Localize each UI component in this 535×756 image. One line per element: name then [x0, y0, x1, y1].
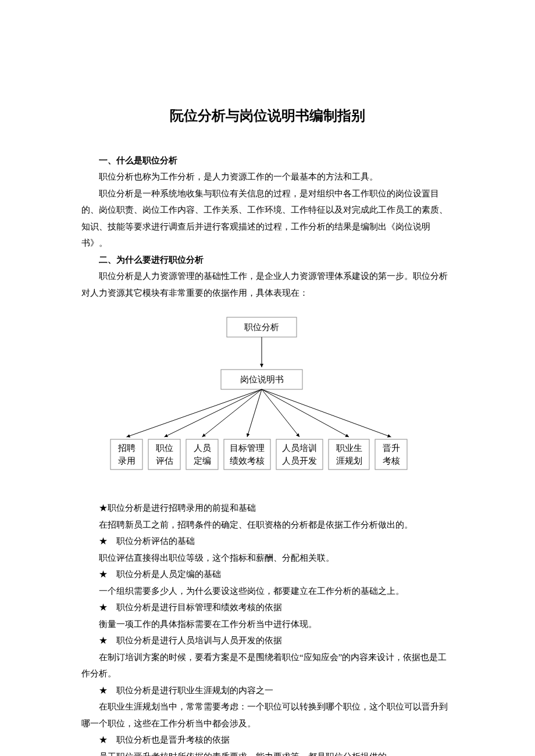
diagram-container: 职位分析 岗位说明书 招聘录用职位评估人员定编目标管理绩效考核人员培训人员开发职… [81, 311, 454, 486]
diagram-leaf-line1: 职业生 [336, 443, 362, 453]
diagram-leaf-line1: 职位 [156, 443, 173, 453]
diagram-leaf-line1: 招聘 [117, 443, 135, 453]
section-1-paragraph-2: 职位分析是一种系统地收集与职位有关信息的过程，是对组织中各工作职位的岗位设置目的… [81, 185, 454, 252]
svg-line-6 [247, 389, 262, 437]
diagram-top-label: 职位分析 [244, 323, 279, 332]
diagram-leaf-line1: 人员培训 [282, 443, 317, 453]
star-body: 在职业生涯规划当中，常常需要考虑：一个职位可以转换到哪个职位，这个职位可以晋升到… [81, 698, 454, 732]
star-body: 在招聘新员工之前，招聘条件的确定、任职资格的分析都是依据工作分析做出的。 [81, 517, 454, 533]
star-body: 职位评估直接得出职位等级，这个指标和薪酬、分配相关联。 [81, 550, 454, 567]
star-heading: ★ 职位分析是进行人员培训与人员开发的依据 [81, 632, 454, 649]
star-body: 一个组织需要多少人，为什么要设这些岗位，都要建立在工作分析的基础之上。 [81, 583, 454, 600]
diagram-mid-label: 岗位说明书 [240, 375, 284, 384]
star-heading: ★职位分析是进行招聘录用的前提和基础 [81, 500, 454, 517]
section-1-paragraph-1: 职位分析也称为工作分析，是人力资源工作的一个最基本的方法和工具。 [81, 169, 454, 185]
document-page: 阮位分析与岗位说明书编制指别 一、什么是职位分析 职位分析也称为工作分析，是人力… [41, 0, 494, 756]
diagram-leaf-line1: 目标管理 [230, 443, 265, 453]
diagram-leaf-line2: 绩效考核 [230, 456, 265, 465]
section-2-paragraph-1: 职位分析是人力资源管理的基础性工作，是企业人力资源管理体系建设的第一步。职位分析… [81, 268, 454, 301]
svg-line-3 [127, 389, 262, 437]
svg-line-8 [262, 389, 349, 437]
star-body: 员工职位晋升考核时所依据的素质要求、能力要求等，都是职位分析提供的。 [81, 748, 454, 756]
diagram-leaf-line2: 定编 [194, 456, 211, 465]
star-heading: ★ 职位分析是进行职业生涯规划的内容之一 [81, 682, 454, 699]
page-title: 阮位分析与岗位说明书编制指别 [81, 102, 454, 129]
star-heading: ★ 职位分析是人员定编的基础 [81, 566, 454, 583]
diagram-leaf-line2: 评估 [156, 456, 173, 465]
diagram-leaf-line1: 晋升 [383, 443, 400, 453]
diagram-leaf-line2: 录用 [118, 456, 135, 465]
star-heading: ★ 职位分析是进行目标管理和绩效考核的依据 [81, 599, 454, 616]
section-1-head: 一、什么是职位分析 [81, 152, 454, 169]
star-body: 在制订培训方案的时候，要看方案是不是围绕着职位“应知应会”的内容来设计，依据也是… [81, 649, 454, 682]
svg-line-9 [262, 389, 391, 437]
star-heading: ★ 职位分析也是晋升考核的依据 [81, 732, 454, 748]
hierarchy-diagram: 职位分析 岗位说明书 招聘录用职位评估人员定编目标管理绩效考核人员培训人员开发职… [99, 311, 436, 486]
diagram-leaf-line2: 考核 [383, 456, 400, 465]
svg-line-4 [165, 389, 262, 437]
section-2-head: 二、为什么要进行职位分析 [81, 252, 454, 268]
star-body: 衡量一项工作的具体指标需要在工作分析当中进行体现。 [81, 616, 454, 633]
star-heading: ★ 职位分析评估的基础 [81, 533, 454, 550]
diagram-leaf-line1: 人员 [194, 443, 211, 453]
svg-line-5 [202, 389, 262, 437]
diagram-leaf-line2: 人员开发 [282, 456, 317, 465]
diagram-leaf-line2: 涯规划 [336, 456, 362, 465]
